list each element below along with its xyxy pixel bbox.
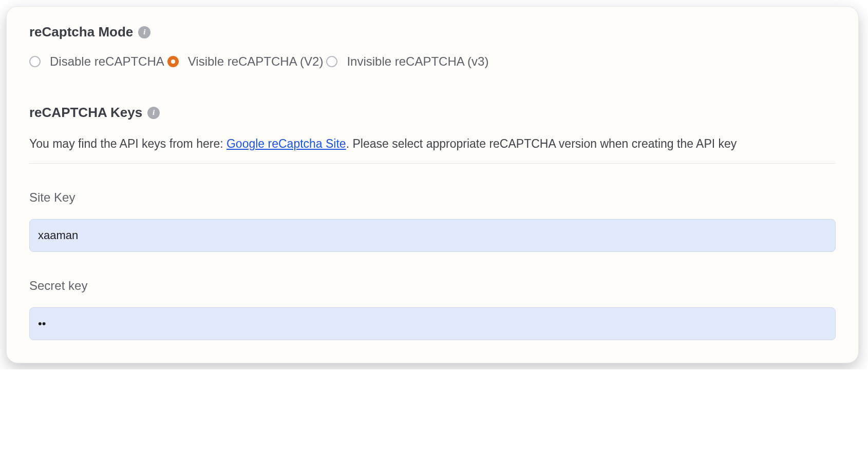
radio-label: Invisible reCAPTCHA (v3) bbox=[347, 54, 488, 69]
desc-suffix: . Please select appropriate reCAPTCHA ve… bbox=[346, 137, 737, 150]
secret-key-field-group: Secret key bbox=[29, 279, 836, 340]
info-icon[interactable]: i bbox=[138, 26, 150, 38]
recaptcha-settings-card: reCaptcha Mode i Disable reCAPTCHA Visib… bbox=[6, 6, 859, 363]
radio-icon bbox=[29, 56, 41, 67]
radio-icon bbox=[326, 56, 337, 67]
recaptcha-mode-heading: reCaptcha Mode i bbox=[29, 24, 836, 40]
radio-disable-recaptcha[interactable]: Disable reCAPTCHA bbox=[29, 54, 167, 69]
radio-invisible-recaptcha-v3[interactable]: Invisible reCAPTCHA (v3) bbox=[326, 54, 492, 69]
recaptcha-mode-title: reCaptcha Mode bbox=[29, 24, 133, 40]
info-icon[interactable]: i bbox=[147, 107, 160, 119]
recaptcha-keys-heading: reCAPTCHA Keys i bbox=[29, 105, 836, 121]
radio-label: Visible reCAPTCHA (V2) bbox=[188, 54, 324, 69]
radio-visible-recaptcha-v2[interactable]: Visible reCAPTCHA (V2) bbox=[167, 54, 327, 69]
site-key-label: Site Key bbox=[29, 190, 836, 205]
radio-label: Disable reCAPTCHA bbox=[50, 54, 164, 69]
recaptcha-mode-options: Disable reCAPTCHA Visible reCAPTCHA (V2)… bbox=[29, 54, 836, 69]
secret-key-input[interactable] bbox=[29, 307, 836, 340]
site-key-input[interactable] bbox=[29, 219, 836, 252]
google-recaptcha-link[interactable]: Google reCaptcha Site bbox=[227, 137, 346, 150]
recaptcha-keys-title: reCAPTCHA Keys bbox=[29, 105, 142, 121]
radio-icon bbox=[167, 56, 179, 67]
recaptcha-keys-description: You may find the API keys from here: Goo… bbox=[29, 135, 836, 164]
secret-key-label: Secret key bbox=[29, 279, 836, 293]
desc-prefix: You may find the API keys from here: bbox=[29, 137, 227, 150]
site-key-field-group: Site Key bbox=[29, 190, 836, 252]
